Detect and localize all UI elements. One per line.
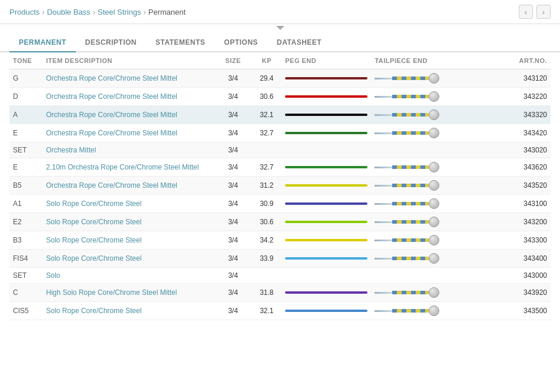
col-peg: PEG END (281, 52, 371, 69)
kp-cell (251, 142, 281, 158)
tone-cell: A (9, 106, 42, 124)
artno-cell: 343020 (491, 142, 551, 158)
tone-cell: G (9, 69, 42, 88)
table-row: G Orchestra Rope Core/Chrome Steel Mitte… (9, 69, 551, 88)
tailpiece-cell (371, 268, 491, 284)
size-cell: 3/4 (214, 158, 251, 177)
artno-cell: 343920 (491, 284, 551, 302)
desc-cell: Solo Rope Core/Chrome Steel (42, 250, 214, 268)
desc-cell: Orchestra Rope Core/Chrome Steel Mittel (42, 124, 214, 142)
peg-cell (281, 177, 371, 195)
artno-cell: 343420 (491, 124, 551, 142)
tailpiece-cell (371, 158, 491, 177)
breadcrumb-sep-1: › (42, 8, 44, 16)
artno-cell: 343620 (491, 158, 551, 177)
artno-cell: 343100 (491, 195, 551, 213)
products-table: TONE ITEM DESCRIPTION SIZE kp PEG END TA… (9, 52, 551, 320)
size-cell: 3/4 (214, 302, 251, 320)
tailpiece-cell (371, 213, 491, 231)
tone-cell: C (9, 284, 42, 302)
table-row: SET Orchestra Mittel 3/4 343020 (9, 142, 551, 158)
peg-cell (281, 268, 371, 284)
breadcrumb-products[interactable]: Products (9, 8, 39, 16)
kp-cell: 32.7 (251, 124, 281, 142)
artno-cell: 343400 (491, 250, 551, 268)
artno-cell: 343520 (491, 177, 551, 195)
kp-cell: 30.6 (251, 213, 281, 231)
table-row: D Orchestra Rope Core/Chrome Steel Mitte… (9, 88, 551, 106)
next-arrow[interactable]: › (536, 5, 551, 19)
tailpiece-cell (371, 124, 491, 142)
desc-cell: Solo Rope Core/Chrome Steel (42, 231, 214, 250)
tone-cell: E (9, 124, 42, 142)
tone-cell: E2 (9, 213, 42, 231)
artno-cell: 343500 (491, 302, 551, 320)
table-row: E 2.10m Orchestra Rope Core/Chrome Steel… (9, 158, 551, 177)
desc-cell: Solo Rope Core/Chrome Steel (42, 302, 214, 320)
size-cell: 3/4 (214, 142, 251, 158)
kp-cell: 32.1 (251, 302, 281, 320)
desc-cell: High Solo Rope Core/Chrome Steel Mittel (42, 284, 214, 302)
table-row: E Orchestra Rope Core/Chrome Steel Mitte… (9, 124, 551, 142)
tab-permanent[interactable]: PERMANENT (9, 34, 76, 52)
desc-cell: Orchestra Rope Core/Chrome Steel Mittel (42, 177, 214, 195)
desc-cell: Orchestra Rope Core/Chrome Steel Mittel (42, 69, 214, 88)
size-cell: 3/4 (214, 213, 251, 231)
tone-cell: SET (9, 268, 42, 284)
peg-cell (281, 195, 371, 213)
col-artno: ART.NO. (491, 52, 551, 69)
peg-cell (281, 88, 371, 106)
table-row: FIS4 Solo Rope Core/Chrome Steel 3/4 33.… (9, 250, 551, 268)
tone-cell: B3 (9, 231, 42, 250)
col-tailpiece: TAILPIECE END (371, 52, 491, 69)
tailpiece-cell (371, 142, 491, 158)
tab-datasheet[interactable]: DATASHEET (267, 34, 331, 52)
tone-cell: A1 (9, 195, 42, 213)
table-row: A Orchestra Rope Core/Chrome Steel Mitte… (9, 106, 551, 124)
table-row: A1 Solo Rope Core/Chrome Steel 3/4 30.9 … (9, 195, 551, 213)
table-row: B3 Solo Rope Core/Chrome Steel 3/4 34.2 … (9, 231, 551, 250)
peg-cell (281, 158, 371, 177)
artno-cell: 343200 (491, 213, 551, 231)
table-row: B5 Orchestra Rope Core/Chrome Steel Mitt… (9, 177, 551, 195)
kp-cell: 32.1 (251, 106, 281, 124)
kp-cell: 32.7 (251, 158, 281, 177)
tone-cell: B5 (9, 177, 42, 195)
breadcrumb-steel-strings[interactable]: Steel Strings (98, 8, 141, 16)
tab-statements[interactable]: STATEMENTS (146, 34, 215, 52)
artno-cell: 343120 (491, 69, 551, 88)
kp-cell: 30.6 (251, 88, 281, 106)
peg-cell (281, 250, 371, 268)
breadcrumb: Products › Double Bass › Steel Strings ›… (9, 8, 185, 16)
desc-cell: Orchestra Rope Core/Chrome Steel Mittel (42, 88, 214, 106)
kp-cell: 33.9 (251, 250, 281, 268)
tailpiece-cell (371, 106, 491, 124)
kp-cell: 30.9 (251, 195, 281, 213)
peg-cell (281, 69, 371, 88)
peg-cell (281, 142, 371, 158)
peg-cell (281, 213, 371, 231)
size-cell: 3/4 (214, 88, 251, 106)
tone-cell: SET (9, 142, 42, 158)
top-bar: Products › Double Bass › Steel Strings ›… (0, 0, 560, 24)
tone-cell: FIS4 (9, 250, 42, 268)
desc-cell: 2.10m Orchestra Rope Core/Chrome Steel M… (42, 158, 214, 177)
desc-cell: Orchestra Rope Core/Chrome Steel Mittel (42, 106, 214, 124)
kp-cell: 31.8 (251, 284, 281, 302)
tailpiece-cell (371, 177, 491, 195)
size-cell: 3/4 (214, 106, 251, 124)
size-cell: 3/4 (214, 268, 251, 284)
kp-cell: 29.4 (251, 69, 281, 88)
tab-options[interactable]: OPTIONS (215, 34, 268, 52)
breadcrumb-double-bass[interactable]: Double Bass (47, 8, 91, 16)
tailpiece-cell (371, 284, 491, 302)
artno-cell: 343300 (491, 231, 551, 250)
kp-cell: 34.2 (251, 231, 281, 250)
size-cell: 3/4 (214, 177, 251, 195)
prev-arrow[interactable]: ‹ (519, 5, 533, 19)
tab-description[interactable]: DESCRIPTION (76, 34, 147, 52)
nav-arrows: ‹ › (519, 5, 551, 19)
artno-cell: 343220 (491, 88, 551, 106)
table-header-row: TONE ITEM DESCRIPTION SIZE kp PEG END TA… (9, 52, 551, 69)
table-row: E2 Solo Rope Core/Chrome Steel 3/4 30.6 … (9, 213, 551, 231)
